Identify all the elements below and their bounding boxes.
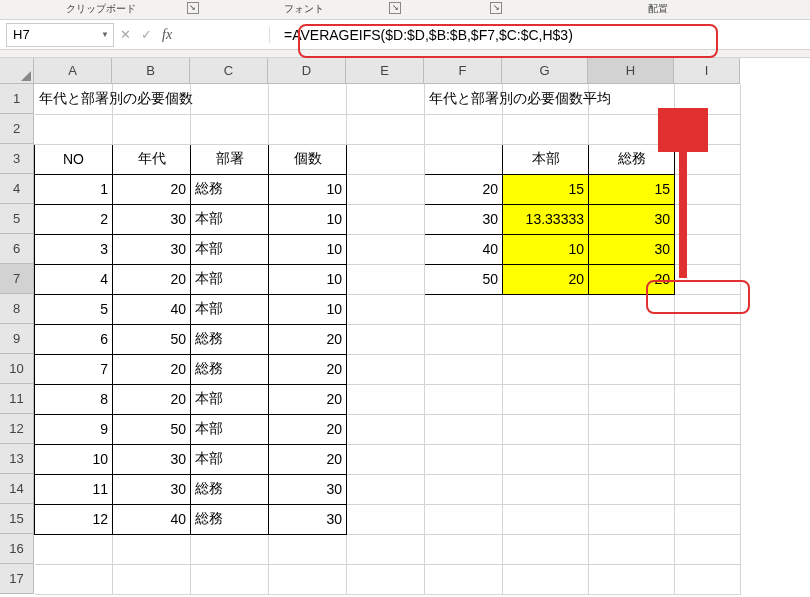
cell[interactable]: 30 [589,204,675,234]
cell[interactable] [503,324,589,354]
cell[interactable]: 10 [269,174,347,204]
cell[interactable] [347,324,425,354]
cell[interactable]: 10 [269,264,347,294]
cell[interactable] [589,504,675,534]
cell[interactable]: 1 [35,174,113,204]
row-header[interactable]: 5 [0,204,34,234]
cell[interactable]: 30 [113,234,191,264]
cell[interactable] [675,384,741,414]
cell[interactable] [347,114,425,144]
cell[interactable]: 20 [269,444,347,474]
cell[interactable] [589,114,675,144]
cell[interactable]: 本部 [191,264,269,294]
fx-icon[interactable]: fx [162,27,172,43]
cell[interactable] [347,564,425,594]
cell[interactable]: 本部 [191,204,269,234]
cell[interactable]: 総務 [191,474,269,504]
cell[interactable]: 50 [113,324,191,354]
cell[interactable]: 総務 [191,324,269,354]
cell[interactable]: 11 [35,474,113,504]
cell[interactable] [269,114,347,144]
row-header[interactable]: 7 [0,264,34,294]
cell[interactable] [675,324,741,354]
cell[interactable]: 総務 [191,504,269,534]
row-header[interactable]: 2 [0,114,34,144]
cell[interactable]: 年代と部署別の必要個数平均 [425,84,503,114]
column-header[interactable]: F [424,58,502,84]
cell[interactable] [675,414,741,444]
cell[interactable] [675,534,741,564]
cell[interactable] [425,534,503,564]
cell[interactable]: 20 [425,174,503,204]
cell[interactable]: 5 [35,294,113,324]
cell[interactable]: 総務 [191,354,269,384]
cell[interactable] [425,144,503,174]
row-header[interactable]: 10 [0,354,34,384]
cell[interactable] [347,84,425,114]
cell[interactable] [191,564,269,594]
cell[interactable] [589,324,675,354]
cell[interactable]: 12 [35,504,113,534]
cell[interactable]: 年代 [113,144,191,174]
cell[interactable]: 20 [269,354,347,384]
cell[interactable] [347,414,425,444]
cell[interactable]: 20 [113,264,191,294]
cancel-icon[interactable]: ✕ [120,27,131,42]
cell[interactable] [35,564,113,594]
cell[interactable] [503,564,589,594]
cell[interactable] [113,534,191,564]
column-header[interactable]: G [502,58,588,84]
cell[interactable] [425,504,503,534]
cell[interactable] [675,294,741,324]
cell[interactable] [347,504,425,534]
cell[interactable] [425,414,503,444]
cell[interactable]: 50 [425,264,503,294]
cell[interactable]: 10 [269,204,347,234]
cell[interactable] [675,144,741,174]
cell[interactable] [425,324,503,354]
cell[interactable]: 本部 [191,234,269,264]
cell[interactable] [675,354,741,384]
cell[interactable]: 本部 [191,444,269,474]
cell[interactable]: NO [35,144,113,174]
cell[interactable]: 部署 [191,144,269,174]
cell[interactable] [425,114,503,144]
cell[interactable] [347,174,425,204]
cell[interactable]: 10 [35,444,113,474]
cell[interactable] [589,354,675,384]
column-header[interactable]: C [190,58,268,84]
cell[interactable] [503,384,589,414]
confirm-icon[interactable]: ✓ [141,27,152,42]
cell[interactable] [425,294,503,324]
row-header[interactable]: 13 [0,444,34,474]
cell[interactable] [589,414,675,444]
cell[interactable] [113,114,191,144]
cell[interactable] [589,534,675,564]
column-header[interactable]: H [588,58,674,84]
cell[interactable]: 年代と部署別の必要個数 [35,84,113,114]
cell[interactable]: 20 [269,384,347,414]
cell[interactable] [347,234,425,264]
cell[interactable]: 10 [503,234,589,264]
cell[interactable] [425,354,503,384]
cell[interactable]: 6 [35,324,113,354]
cell[interactable]: 7 [35,354,113,384]
cell[interactable] [503,354,589,384]
cell[interactable] [425,474,503,504]
column-header[interactable]: E [346,58,424,84]
cell[interactable]: 30 [113,204,191,234]
cell[interactable] [675,474,741,504]
cell[interactable] [589,384,675,414]
cell[interactable] [503,114,589,144]
cell[interactable] [675,234,741,264]
cell[interactable]: 20 [113,384,191,414]
row-header[interactable]: 15 [0,504,34,534]
cell[interactable] [503,444,589,474]
cell[interactable] [675,564,741,594]
cell[interactable] [589,564,675,594]
dialog-launcher-icon[interactable]: ↘ [389,2,401,14]
cell[interactable]: 9 [35,414,113,444]
column-header[interactable]: A [34,58,112,84]
cell[interactable]: 30 [113,444,191,474]
cell[interactable]: 50 [113,414,191,444]
